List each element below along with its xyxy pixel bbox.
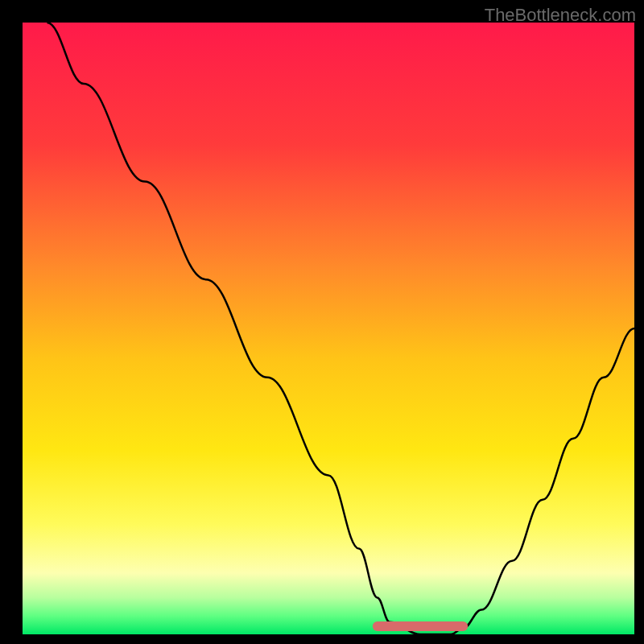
chart-area: [23, 23, 634, 634]
watermark-text: TheBottleneck.com: [485, 5, 636, 26]
chart-curve-layer: [23, 23, 634, 634]
bottleneck-curve: [47, 23, 634, 634]
